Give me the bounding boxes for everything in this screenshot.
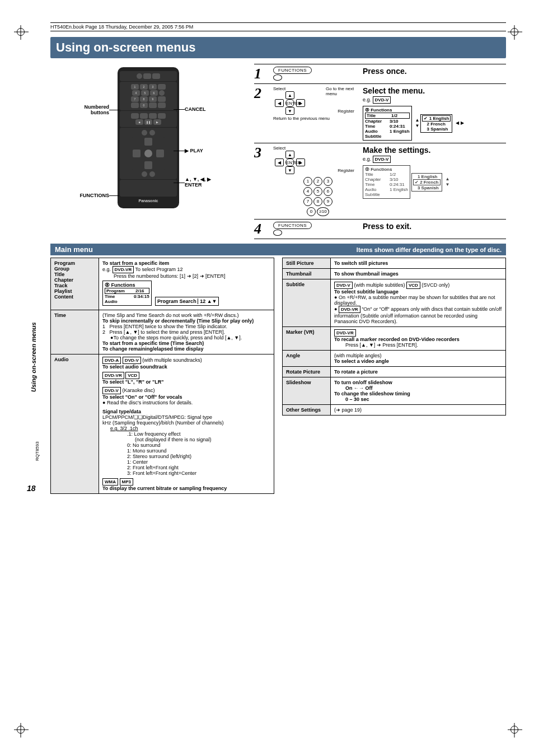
updown-arrows-icon: ▲▼ — [415, 118, 420, 128]
step-num-3: 3 — [254, 146, 273, 217]
section-title: Main menu — [55, 245, 93, 254]
main-menu-table-left: Program Group Title Chapter Track Playli… — [50, 258, 274, 494]
remote-body: 123 456 789 0 ■❚❚▶ — [118, 67, 179, 208]
table-row: Subtitle DVD-V (with multiple subtitles)… — [283, 279, 506, 327]
table-row: Still Picture To switch still pictures — [283, 258, 506, 269]
label-register: Register — [338, 109, 354, 114]
dpad: ▲ ◀ ENTER ▶ ▼ — [273, 91, 307, 115]
step-num-2: 2 — [254, 86, 273, 141]
leftright-arrows-icon: ◀ ▶ — [456, 120, 463, 125]
doc-code: RQT8593 — [35, 441, 40, 461]
enter-button: ENTER — [285, 99, 294, 107]
label-return: Return to the previous menu — [273, 116, 363, 121]
remote-brand: Panasonic — [120, 199, 177, 203]
menu-key-group: Program Group Title Chapter Track Playli… — [51, 258, 99, 310]
table-row: Program Group Title Chapter Track Playli… — [51, 258, 274, 310]
tag-dvd-v: DVD-V — [373, 96, 391, 104]
remote-figure: Numbered buttons FUNCTIONS CANCEL ▶ PLAY… — [50, 64, 246, 239]
label-play: ▶ PLAY — [185, 148, 224, 153]
side-running-title: Using on-screen menus — [30, 322, 37, 392]
functions-pill: FUNCTIONS — [273, 67, 312, 74]
table-row: Slideshow To turn on/off slideshow On ←→… — [283, 377, 506, 405]
functions-pill: FUNCTIONS — [273, 222, 312, 229]
page-title: Using on-screen menus — [50, 37, 506, 58]
section-bar: Main menu Items shown differ depending o… — [50, 244, 506, 255]
table-row: Thumbnail To show thumbnail images — [283, 269, 506, 279]
page-number: 18 — [27, 484, 36, 493]
step-2: 2 Select ▲ ◀ ENTER ▶ ▼ Go to the next me… — [254, 84, 506, 143]
step-4: 4 FUNCTIONS Press to exit. — [254, 220, 506, 239]
menu-key-time: Time — [51, 310, 99, 354]
table-row: Rotate Picture To rotate a picture — [283, 367, 506, 377]
osd-box: ⦿ Functions Title1/2 Chapter3/10 Time0:2… — [363, 165, 410, 199]
label-functions: FUNCTIONS — [70, 193, 109, 198]
step3-instruction: Make the settings. — [363, 146, 506, 155]
table-row: Time (Time Slip and Time Search do not w… — [51, 310, 274, 354]
table-row: Other Settings (➜ page 19) — [283, 405, 506, 416]
section-note: Items shown differ depending on the type… — [357, 246, 502, 253]
step-num-1: 1 — [254, 67, 273, 81]
table-row: Marker (VR) DVD-VR To recall a marker re… — [283, 327, 506, 351]
table-row: Angle (with multiple angles)To select a … — [283, 351, 506, 367]
osd-box: ⦿ Functions Title1/2 Chapter3/10 Time0:2… — [363, 106, 412, 141]
dpad: ▲ ◀ ENTER ▶ ▼ — [273, 151, 307, 174]
dpad-right-icon: ▶ — [296, 99, 305, 107]
step-3: 3 Select ▲ ◀ ENTER ▶ ▼ Register 123 456 … — [254, 143, 506, 220]
dpad-down-icon: ▼ — [285, 107, 294, 115]
label-numbered-buttons: Numbered buttons — [70, 104, 109, 115]
label-select: Select — [273, 146, 363, 151]
main-menu-table-right: Still Picture To switch still pictures T… — [282, 258, 506, 416]
table-row: Audio DVD-A DVD-V (with multiple soundtr… — [51, 354, 274, 494]
dpad-left-icon: ◀ — [275, 99, 284, 107]
step1-instruction: Press once. — [363, 67, 506, 76]
step2-instruction: Select the menu. — [363, 86, 506, 95]
menu-key-audio: Audio — [51, 354, 99, 494]
label-cancel: CANCEL — [185, 106, 224, 112]
dpad-up-icon: ▲ — [285, 91, 294, 99]
step-1: 1 FUNCTIONS Press once. — [254, 64, 506, 84]
step-num-4: 4 — [254, 222, 273, 236]
label-goto: Go to the next menu — [326, 86, 363, 96]
label-enter: ▲, ▼, ◀, ▶ ENTER — [185, 177, 224, 188]
steps: 1 FUNCTIONS Press once. 2 Select ▲ ◀ ENT… — [254, 64, 506, 239]
crop-header: HT540En.book Page 18 Thursday, December … — [50, 22, 506, 31]
step4-instruction: Press to exit. — [363, 222, 506, 231]
page: HT540En.book Page 18 Thursday, December … — [0, 0, 534, 516]
